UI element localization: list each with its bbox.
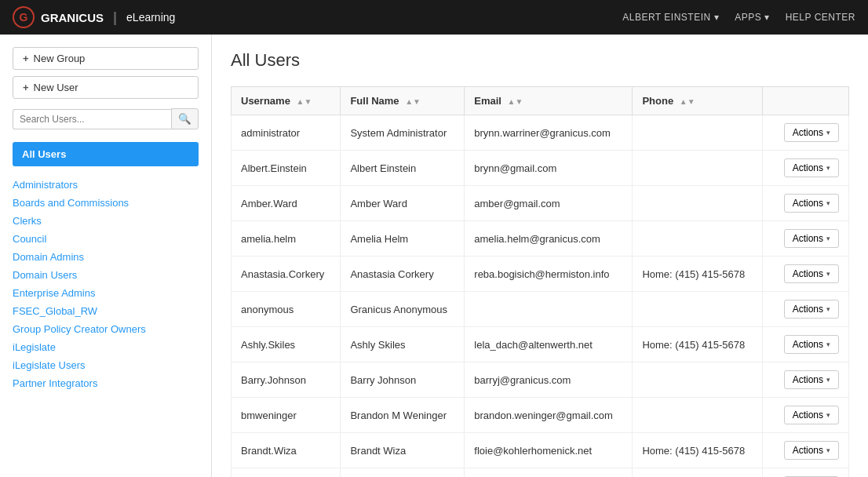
actions-button[interactable]: Actions▾ <box>784 370 839 389</box>
actions-button[interactable]: Actions▾ <box>784 158 839 177</box>
cell-fullname: Brandt Wiza <box>341 433 465 468</box>
users-table: Username ▲▼ Full Name ▲▼ Email ▲▼ Phone … <box>231 86 849 477</box>
actions-chevron-icon: ▾ <box>826 270 830 278</box>
sort-fullname-icon: ▲▼ <box>405 97 421 106</box>
sidebar-item-ilegislate-users[interactable]: iLegislate Users <box>13 356 199 374</box>
cell-actions: Actions▾ <box>763 151 849 186</box>
sidebar-item-group-policy-creator-owners[interactable]: Group Policy Creator Owners <box>13 320 199 338</box>
cell-username: bmweninger <box>232 398 341 433</box>
actions-button[interactable]: Actions▾ <box>784 194 839 213</box>
cell-actions: Actions▾ <box>763 257 849 292</box>
apps-chevron-icon: ▾ <box>764 12 770 23</box>
cell-email: reba.bogisich@hermiston.info <box>465 257 633 292</box>
sidebar-item-domain-users[interactable]: Domain Users <box>13 266 199 284</box>
cell-username: amelia.helm <box>232 221 341 257</box>
sidebar-item-administrators[interactable]: Administrators <box>13 176 199 194</box>
help-center-link[interactable]: HELP CENTER <box>786 12 855 23</box>
cell-phone <box>633 362 763 398</box>
plus-icon: + <box>23 53 29 64</box>
user-chevron-icon: ▾ <box>714 12 720 23</box>
actions-button[interactable]: Actions▾ <box>784 264 839 283</box>
sidebar-item-ilegislate[interactable]: iLegislate <box>13 338 199 356</box>
cell-email: brynn.warriner@granicus.com <box>465 468 633 478</box>
table-row: Brandt.WizaBrandt Wizafloie@kohlerhomeni… <box>232 433 849 468</box>
new-group-label: New Group <box>34 53 86 64</box>
sidebar-item-clerks[interactable]: Clerks <box>13 212 199 230</box>
actions-button[interactable]: Actions▾ <box>784 229 839 248</box>
actions-label: Actions <box>793 445 823 456</box>
new-user-button[interactable]: + New User <box>13 76 199 99</box>
col-username[interactable]: Username ▲▼ <box>232 87 341 115</box>
actions-chevron-icon: ▾ <box>826 411 830 419</box>
col-phone-label: Phone <box>642 95 673 107</box>
table-row: Albert.EinsteinAlbert Einsteinbrynn@gmai… <box>232 151 849 186</box>
actions-button[interactable]: Actions▾ <box>784 300 839 319</box>
sidebar-item-enterprise-admins[interactable]: Enterprise Admins <box>13 284 199 302</box>
table-row: administratorSystem Administratorbrynn.w… <box>232 115 849 151</box>
actions-label: Actions <box>793 162 823 173</box>
actions-label: Actions <box>793 198 823 209</box>
table-row: Barry.JohnsonBarry Johnsonbarryj@granicu… <box>232 362 849 398</box>
cell-username: Ashly.Skiles <box>232 327 341 362</box>
page-layout: + New Group + New User 🔍 All Users Admin… <box>0 35 868 477</box>
cell-actions: Actions▾ <box>763 221 849 257</box>
actions-chevron-icon: ▾ <box>826 199 830 207</box>
cell-username: Amber.Ward <box>232 186 341 221</box>
cell-fullname: Granicus Anonymous <box>341 292 465 327</box>
main-content: All Users Username ▲▼ Full Name ▲▼ Email… <box>212 35 868 477</box>
cell-username: anonymous <box>232 292 341 327</box>
search-input[interactable] <box>13 109 171 129</box>
cell-fullname: Barry Johnson <box>341 362 465 398</box>
actions-label: Actions <box>793 304 823 315</box>
apps-menu[interactable]: APPS ▾ <box>735 12 770 23</box>
col-email-label: Email <box>474 95 501 107</box>
sidebar-item-council[interactable]: Council <box>13 230 199 248</box>
col-fullname-label: Full Name <box>350 95 399 107</box>
user-menu[interactable]: ALBERT EINSTEIN ▾ <box>622 12 719 23</box>
actions-label: Actions <box>793 233 823 244</box>
sidebar-nav-links: AdministratorsBoards and CommissionsCler… <box>13 176 199 392</box>
table-header-row: Username ▲▼ Full Name ▲▼ Email ▲▼ Phone … <box>232 87 849 115</box>
cell-actions: Actions▾ <box>763 433 849 468</box>
sort-phone-icon: ▲▼ <box>680 97 695 106</box>
cell-username: brynn.warriner <box>232 468 341 478</box>
sidebar-item-partner-integrators[interactable]: Partner Integrators <box>13 374 199 392</box>
cell-fullname: Brynn Warriner <box>341 468 465 478</box>
col-phone[interactable]: Phone ▲▼ <box>633 87 763 115</box>
actions-label: Actions <box>793 268 823 279</box>
cell-email: brynn.warriner@granicus.com <box>465 115 633 151</box>
cell-phone <box>633 151 763 186</box>
actions-label: Actions <box>793 410 823 421</box>
new-group-button[interactable]: + New Group <box>13 47 199 70</box>
logo-separator: | <box>113 9 117 26</box>
sort-email-icon: ▲▼ <box>508 97 523 106</box>
cell-actions: Actions▾ <box>763 362 849 398</box>
apps-label: APPS <box>735 12 761 23</box>
table-row: anonymousGranicus AnonymousActions▾ <box>232 292 849 327</box>
cell-phone: Home: (415) 415-5678 <box>633 257 763 292</box>
sidebar-item-boards-and-commissions[interactable]: Boards and Commissions <box>13 194 199 212</box>
cell-email <box>465 292 633 327</box>
actions-button[interactable]: Actions▾ <box>784 441 839 460</box>
sidebar-item-domain-admins[interactable]: Domain Admins <box>13 248 199 266</box>
top-navigation: G GRANICUS | eLearning ALBERT EINSTEIN ▾… <box>0 0 868 35</box>
col-email[interactable]: Email ▲▼ <box>465 87 633 115</box>
actions-chevron-icon: ▾ <box>826 376 830 384</box>
table-row: Ashly.SkilesAshly Skileslela_dach@altenw… <box>232 327 849 362</box>
cell-email: floie@kohlerhomenick.net <box>465 433 633 468</box>
actions-button[interactable]: Actions▾ <box>784 406 839 424</box>
plus-icon: + <box>23 82 29 93</box>
actions-label: Actions <box>793 374 823 385</box>
search-button[interactable]: 🔍 <box>171 108 199 129</box>
col-fullname[interactable]: Full Name ▲▼ <box>341 87 465 115</box>
actions-chevron-icon: ▾ <box>826 129 830 137</box>
sidebar-item-fsec_global_rw[interactable]: FSEC_Global_RW <box>13 302 199 320</box>
sidebar-item-all-users[interactable]: All Users <box>13 142 199 166</box>
cell-fullname: System Administrator <box>341 115 465 151</box>
actions-button[interactable]: Actions▾ <box>784 123 839 142</box>
cell-fullname: Anastasia Corkery <box>341 257 465 292</box>
cell-phone <box>633 398 763 433</box>
actions-chevron-icon: ▾ <box>826 305 830 313</box>
actions-button[interactable]: Actions▾ <box>784 335 839 354</box>
cell-username: administrator <box>232 115 341 151</box>
